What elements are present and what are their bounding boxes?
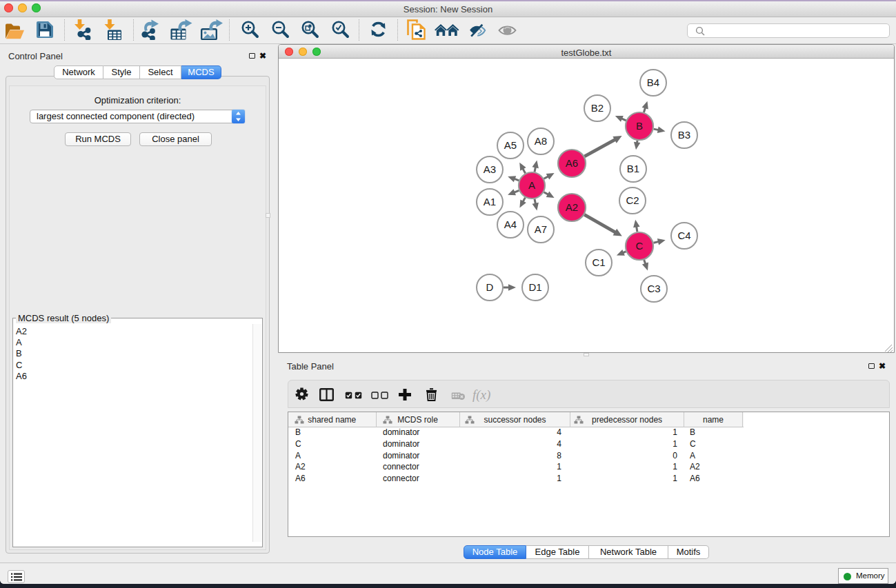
svg-text:A4: A4 bbox=[504, 219, 517, 230]
svg-text:A3: A3 bbox=[484, 163, 496, 175]
svg-text:B1: B1 bbox=[627, 163, 639, 174]
svg-text:B2: B2 bbox=[591, 102, 604, 114]
svg-text:B3: B3 bbox=[678, 129, 690, 141]
svg-text:B: B bbox=[636, 120, 643, 132]
svg-text:D: D bbox=[486, 281, 494, 293]
svg-text:D1: D1 bbox=[528, 281, 541, 293]
svg-text:A: A bbox=[528, 179, 535, 191]
svg-text:C: C bbox=[636, 240, 644, 252]
svg-text:A2: A2 bbox=[566, 201, 578, 213]
svg-text:A1: A1 bbox=[484, 196, 496, 207]
svg-text:A7: A7 bbox=[535, 223, 547, 235]
svg-text:A6: A6 bbox=[566, 157, 578, 169]
svg-text:C1: C1 bbox=[592, 256, 605, 268]
svg-text:C4: C4 bbox=[677, 230, 690, 241]
svg-text:B4: B4 bbox=[647, 77, 659, 88]
svg-text:C2: C2 bbox=[626, 194, 639, 206]
svg-text:C3: C3 bbox=[647, 283, 660, 294]
svg-text:A5: A5 bbox=[504, 139, 517, 151]
svg-text:A8: A8 bbox=[535, 135, 547, 147]
